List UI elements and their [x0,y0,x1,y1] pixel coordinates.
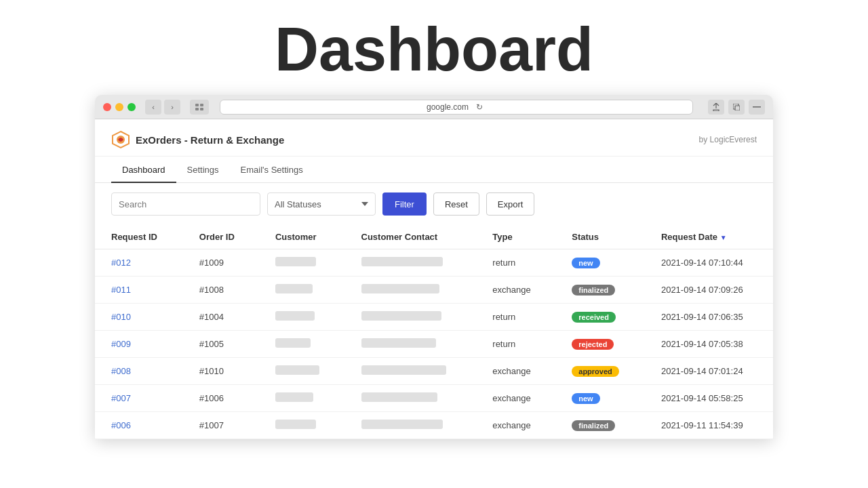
cell-customer [259,304,345,331]
table-row: #011 #1008 exchange finalized 2021-09-14… [95,277,773,304]
svg-rect-2 [195,108,199,110]
svg-rect-5 [735,106,740,110]
cell-request-id: #006 [95,412,183,439]
cell-customer [259,249,345,277]
tab-settings[interactable]: Settings [176,157,230,183]
cell-customer-contact [345,277,477,304]
tab-emails-settings[interactable]: Email's Settings [230,157,314,183]
contact-placeholder [361,392,437,402]
dot-red[interactable] [103,103,111,111]
cell-type: exchange [476,412,555,439]
table-row: #007 #1006 exchange new 2021-09-14 05:58… [95,385,773,412]
browser-dots [103,103,136,111]
status-badge: new [572,258,599,268]
cell-status: approved [555,358,645,385]
cell-type: exchange [476,385,555,412]
cell-order-id: #1010 [183,358,259,385]
page-title: Dashboard [0,19,868,80]
tab-dashboard[interactable]: Dashboard [111,157,176,183]
table-row: #008 #1010 exchange approved 2021-09-14 … [95,358,773,385]
cell-request-id: #012 [95,249,183,277]
cell-status: finalized [555,412,645,439]
request-id-link[interactable]: #011 [111,285,131,295]
tab-grid-button[interactable] [190,100,209,115]
export-button[interactable]: Export [486,192,535,216]
cell-date: 2021-09-11 11:54:39 [645,412,773,439]
customer-placeholder [275,420,316,429]
customer-placeholder [275,392,313,402]
cell-date: 2021-09-14 07:09:26 [645,277,773,304]
more-button[interactable] [749,100,765,115]
reset-button[interactable]: Reset [433,192,479,216]
cell-customer [259,331,345,358]
cell-request-id: #009 [95,331,183,358]
cell-order-id: #1006 [183,385,259,412]
svg-rect-0 [195,104,199,106]
contact-placeholder [361,338,436,348]
contact-placeholder [361,420,443,429]
cell-date: 2021-09-14 07:01:24 [645,358,773,385]
browser-window: ‹ › google.com ↻ [95,95,773,439]
share-button[interactable] [708,100,724,115]
cell-order-id: #1009 [183,249,259,277]
request-id-link[interactable]: #007 [111,393,131,403]
page-title-area: Dashboard [0,0,868,95]
customer-placeholder [275,257,316,266]
forward-button[interactable]: › [164,100,180,115]
contact-placeholder [361,311,441,321]
request-id-link[interactable]: #009 [111,339,131,349]
cell-status: finalized [555,277,645,304]
status-badge: new [572,393,599,404]
browser-action-buttons [708,100,765,115]
cell-request-id: #007 [95,385,183,412]
cell-request-id: #010 [95,304,183,331]
brand-logo [111,130,130,149]
app-content: ExOrders - Return & Exchange by LogicEve… [95,119,773,439]
filter-button[interactable]: Filter [382,192,427,216]
cell-type: return [476,249,555,277]
search-input[interactable] [111,192,260,216]
dot-green[interactable] [127,103,136,111]
app-tabs: Dashboard Settings Email's Settings [95,157,773,183]
browser-titlebar: ‹ › google.com ↻ [95,95,773,119]
cell-date: 2021-09-14 05:58:25 [645,385,773,412]
cell-type: exchange [476,277,555,304]
status-select[interactable]: All StatusesNewFinalizedReceivedRejected… [267,192,376,216]
cell-order-id: #1005 [183,331,259,358]
col-status: Status [555,225,645,249]
request-id-link[interactable]: #006 [111,420,131,430]
cell-customer-contact [345,331,477,358]
status-badge: finalized [572,420,615,431]
status-badge: received [572,312,616,323]
cell-order-id: #1008 [183,277,259,304]
table-row: #009 #1005 return rejected 2021-09-14 07… [95,331,773,358]
col-request-date[interactable]: Request Date ▼ [645,225,773,249]
cell-customer-contact [345,249,477,277]
cell-request-id: #008 [95,358,183,385]
address-bar[interactable]: google.com ↻ [220,100,693,115]
request-id-link[interactable]: #010 [111,312,131,322]
cell-date: 2021-09-14 07:05:38 [645,331,773,358]
col-customer: Customer [259,225,345,249]
svg-rect-6 [753,106,761,108]
customer-placeholder [275,311,315,321]
request-id-link[interactable]: #012 [111,258,131,268]
brand-name: ExOrders - Return & Exchange [136,134,284,146]
reload-button[interactable]: ↻ [473,100,486,114]
add-tab-button[interactable] [728,100,745,115]
request-id-link[interactable]: #008 [111,366,131,376]
customer-placeholder [275,284,313,293]
cell-customer-contact [345,412,477,439]
back-button[interactable]: ‹ [145,100,161,115]
filters-area: All StatusesNewFinalizedReceivedRejected… [95,183,773,225]
cell-status: received [555,304,645,331]
cell-type: return [476,331,555,358]
svg-rect-3 [200,108,203,110]
cell-request-id: #011 [95,277,183,304]
dot-yellow[interactable] [115,103,123,111]
cell-status: new [555,385,645,412]
cell-date: 2021-09-14 07:06:35 [645,304,773,331]
cell-customer-contact [345,385,477,412]
cell-type: exchange [476,358,555,385]
cell-customer [259,385,345,412]
